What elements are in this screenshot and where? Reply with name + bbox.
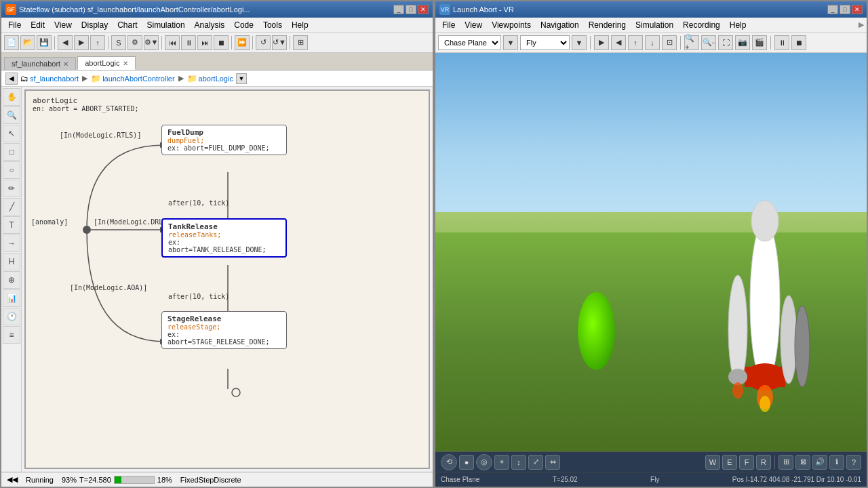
vr-screenshot[interactable]: 📷 bbox=[735, 35, 750, 50]
simulink-button[interactable]: S bbox=[111, 35, 126, 50]
vr-ctrl-nav5[interactable]: ? bbox=[846, 455, 861, 470]
vr-menu-viewpoints[interactable]: Viewpoints bbox=[488, 19, 535, 31]
vr-ctrl-nav4[interactable]: ℹ bbox=[829, 455, 844, 470]
tool-select[interactable]: ↖ bbox=[3, 125, 20, 142]
menu-view[interactable]: View bbox=[50, 19, 76, 31]
back-button[interactable]: ◀ bbox=[58, 35, 73, 50]
vr-ctrl-4[interactable]: ⌖ bbox=[494, 455, 509, 470]
up-button[interactable]: ↑ bbox=[90, 35, 105, 50]
vr-nav-down[interactable]: ↓ bbox=[645, 35, 660, 50]
tab-sf-close[interactable]: ✕ bbox=[63, 60, 68, 68]
tool-circle[interactable]: ○ bbox=[3, 161, 20, 179]
vr-menu-view[interactable]: View bbox=[460, 19, 486, 31]
state-tankrelease[interactable]: TankRelease releaseTanks; ex: abort=TANK… bbox=[161, 218, 287, 258]
step-back-button[interactable]: ⏮ bbox=[165, 35, 180, 50]
vr-nav-forward[interactable]: ▶ bbox=[594, 35, 609, 50]
menu-tools[interactable]: Tools bbox=[259, 19, 286, 31]
vr-ctrl-3[interactable]: ◎ bbox=[476, 454, 492, 470]
vr-fit[interactable]: ⊡ bbox=[662, 35, 677, 50]
vr-menu-expand[interactable]: ▶ bbox=[859, 20, 864, 29]
vr-maximize[interactable]: □ bbox=[840, 5, 850, 14]
tool-search[interactable]: 🔍 bbox=[3, 106, 20, 124]
vr-ctrl-2[interactable]: ● bbox=[459, 455, 474, 470]
vr-ctrl-nav2[interactable]: ⊠ bbox=[795, 455, 810, 470]
maximize-button[interactable]: □ bbox=[406, 5, 416, 14]
vr-nav-backward[interactable]: ◀ bbox=[611, 35, 626, 50]
vr-menu-navigation[interactable]: Navigation bbox=[536, 19, 583, 31]
vr-ctrl-w[interactable]: W bbox=[705, 455, 720, 470]
tool-clock[interactable]: 🕐 bbox=[3, 308, 20, 325]
menu-chart[interactable]: Chart bbox=[113, 19, 141, 31]
tool-transition[interactable]: → bbox=[3, 235, 20, 252]
vr-close[interactable]: ✕ bbox=[852, 5, 863, 14]
vr-ctrl-5[interactable]: ↕ bbox=[511, 455, 526, 470]
nav-select[interactable]: Fly Walk Examine bbox=[520, 35, 570, 50]
menu-file[interactable]: File bbox=[4, 19, 25, 31]
pause-button[interactable]: ⏸ bbox=[181, 35, 196, 50]
vr-ctrl-7[interactable]: ⇔ bbox=[545, 455, 560, 470]
vr-zoom-in[interactable]: 🔍+ bbox=[684, 35, 699, 50]
vr-fullscreen[interactable]: ⛶ bbox=[718, 35, 733, 50]
vr-ctrl-nav1[interactable]: ⊞ bbox=[778, 455, 793, 470]
vr-3d-view[interactable] bbox=[435, 53, 867, 451]
forward-button[interactable]: ▶ bbox=[74, 35, 89, 50]
left-arrow-button[interactable]: ◀◀ bbox=[7, 475, 18, 484]
tool-chart[interactable]: 📊 bbox=[3, 289, 20, 307]
vr-menu-help[interactable]: Help bbox=[726, 19, 751, 31]
vr-ctrl-f[interactable]: F bbox=[739, 455, 754, 470]
menu-simulation[interactable]: Simulation bbox=[143, 19, 189, 31]
vr-ctrl-6[interactable]: ⤢ bbox=[528, 455, 543, 470]
save-button[interactable]: 💾 bbox=[37, 35, 52, 50]
vr-ctrl-e[interactable]: E bbox=[722, 455, 737, 470]
vr-zoom-out[interactable]: 🔍- bbox=[701, 35, 716, 50]
tab-sf-launchabort[interactable]: sf_launchabort ✕ bbox=[4, 57, 76, 70]
tool-pencil[interactable]: ✏ bbox=[3, 180, 20, 197]
stop-button[interactable]: ⏹ bbox=[214, 35, 229, 50]
tool-layers[interactable]: ≡ bbox=[3, 326, 20, 344]
menu-analysis[interactable]: Analysis bbox=[191, 19, 229, 31]
tool-text[interactable]: T bbox=[3, 216, 20, 234]
settings2-button[interactable]: ⚙▼ bbox=[144, 35, 159, 50]
tab-abortlogic[interactable]: abortLogic ✕ bbox=[77, 56, 135, 70]
vr-menu-file[interactable]: File bbox=[438, 19, 459, 31]
vr-stop[interactable]: ⏹ bbox=[791, 35, 806, 50]
tool-junction[interactable]: ⊕ bbox=[3, 271, 20, 289]
step-button[interactable]: ⏭ bbox=[197, 35, 212, 50]
state-stagerelease[interactable]: StageRelease releaseStage; ex: abort=STA… bbox=[161, 311, 287, 349]
breadcrumb-dropdown[interactable]: ▼ bbox=[236, 73, 247, 84]
camera-select[interactable]: Chase Plane Front View Top View bbox=[438, 35, 501, 50]
menu-display[interactable]: Display bbox=[77, 19, 112, 31]
zoom-in-button[interactable]: ⏩ bbox=[235, 35, 250, 50]
stateflow-diagram[interactable]: abortLogic en: abort = ABORT_STARTED; bbox=[24, 89, 430, 469]
vr-ctrl-nav3[interactable]: 🔊 bbox=[812, 455, 827, 470]
vr-pause[interactable]: ⏸ bbox=[774, 35, 789, 50]
vr-menu-simulation[interactable]: Simulation bbox=[631, 19, 677, 31]
vr-menu-recording[interactable]: Recording bbox=[679, 19, 724, 31]
settings-button[interactable]: ⚙ bbox=[127, 35, 142, 50]
menu-edit[interactable]: Edit bbox=[26, 19, 49, 31]
breadcrumb-back[interactable]: ◀ bbox=[5, 73, 18, 85]
vr-ctrl-r[interactable]: R bbox=[756, 455, 771, 470]
minimize-button[interactable]: _ bbox=[393, 5, 404, 14]
open-button[interactable]: 📂 bbox=[20, 35, 35, 50]
grid-button[interactable]: ⊞ bbox=[293, 35, 308, 50]
breadcrumb-level2[interactable]: launchAbortController bbox=[102, 75, 174, 83]
tool-history[interactable]: H bbox=[3, 253, 20, 270]
new-button[interactable]: 📄 bbox=[4, 35, 19, 50]
camera-dropdown[interactable]: ▼ bbox=[503, 35, 518, 50]
loop-button[interactable]: ↺ bbox=[256, 35, 271, 50]
loop2-button[interactable]: ↺▼ bbox=[272, 35, 287, 50]
vr-nav-up[interactable]: ↑ bbox=[628, 35, 643, 50]
menu-help[interactable]: Help bbox=[288, 19, 313, 31]
nav-dropdown[interactable]: ▼ bbox=[572, 35, 587, 50]
breadcrumb-level3[interactable]: abortLogic bbox=[199, 75, 233, 83]
tool-line[interactable]: ╱ bbox=[3, 198, 20, 216]
vr-movie[interactable]: 🎬 bbox=[752, 35, 767, 50]
tool-rect[interactable]: □ bbox=[3, 143, 20, 161]
state-fueldump[interactable]: FuelDump dumpFuel; ex: abort=FUEL_DUMP_D… bbox=[161, 125, 287, 155]
tab-abortlogic-close[interactable]: ✕ bbox=[123, 60, 128, 67]
tool-hand[interactable]: ✋ bbox=[3, 88, 20, 106]
menu-code[interactable]: Code bbox=[230, 19, 258, 31]
vr-ctrl-1[interactable]: ⟲ bbox=[441, 454, 457, 470]
vr-minimize[interactable]: _ bbox=[827, 5, 838, 14]
